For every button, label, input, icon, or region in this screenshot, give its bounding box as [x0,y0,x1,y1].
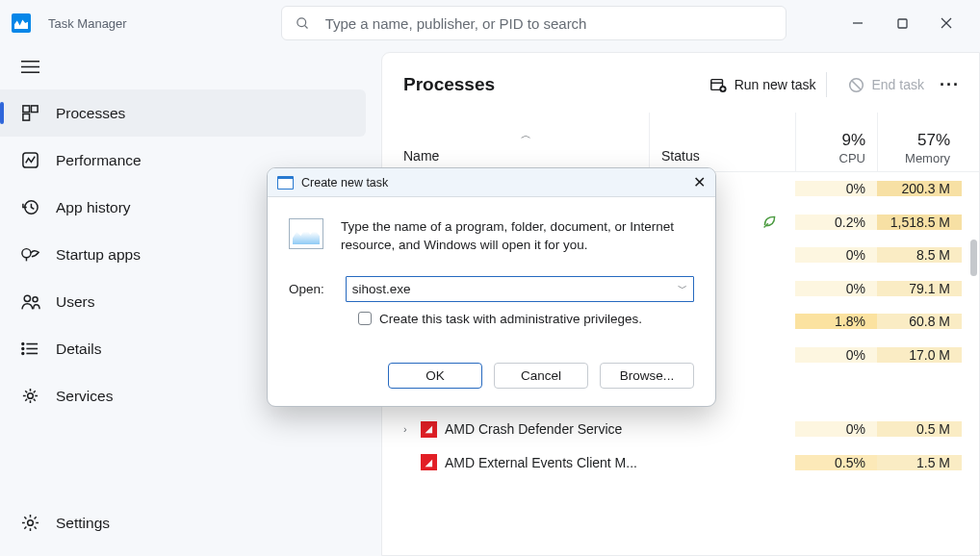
processes-icon [21,104,42,122]
dialog-close-button[interactable]: ✕ [693,173,706,191]
svg-point-18 [22,343,24,345]
svg-point-22 [22,353,24,355]
svg-point-14 [22,248,31,257]
cancel-button[interactable]: Cancel [494,363,588,389]
mem-label: Memory [905,151,950,165]
browse-button[interactable]: Browse... [600,363,694,389]
maximize-button[interactable] [880,3,924,43]
cpu-pct: 9% [841,131,865,150]
column-cpu[interactable]: 9% CPU [795,113,877,171]
svg-point-20 [22,348,24,350]
search-icon [296,16,310,31]
dialog-titlebar[interactable]: Create new task ✕ [268,168,715,197]
sidebar-item-label: Services [56,388,113,405]
mem-pct: 57% [917,131,950,150]
sidebar-item-label: Performance [56,152,142,169]
search-placeholder: Type a name, publisher, or PID to search [325,15,587,32]
sidebar-item-label: Users [56,293,94,311]
sidebar-item-label: Startup apps [56,246,141,264]
ok-button[interactable]: OK [388,363,482,389]
column-headers: ︿ Name Status 9% CPU 57% Memory [382,113,979,172]
leaf-icon [761,214,778,230]
end-task-label: End task [872,77,924,92]
toolbar: Processes Run new task End task ··· [382,53,979,113]
cpu-label: CPU [839,151,865,165]
users-icon [21,293,42,311]
app-title: Task Manager [48,16,127,31]
history-icon [21,198,42,216]
svg-line-1 [304,25,307,28]
sort-chevron-icon: ︿ [521,128,531,142]
scrollbar[interactable] [970,240,977,276]
services-icon [21,387,42,405]
admin-label: Create this task with administrative pri… [379,312,642,326]
table-row[interactable]: ›◢AMD Crash Defender Service0%0.5 M [382,413,979,446]
run-chart-icon [289,218,323,249]
gear-icon [21,514,42,532]
more-button[interactable]: ··· [940,75,960,95]
create-task-dialog: Create new task ✕ Type the name of a pro… [267,167,716,407]
dialog-icon [277,176,294,190]
svg-rect-3 [898,19,907,28]
sidebar-item-label: Details [56,341,101,358]
end-task-button[interactable]: End task [848,77,924,93]
startup-icon [21,247,42,263]
details-icon [21,341,42,356]
svg-point-24 [28,393,34,399]
process-name: AMD External Events Client M... [445,455,637,470]
svg-line-32 [852,81,861,89]
column-status[interactable]: Status [649,113,795,171]
end-task-icon [848,77,864,93]
svg-point-16 [24,295,30,301]
open-combobox[interactable]: sihost.exe ﹀ [346,276,694,302]
table-row[interactable]: ◢AMD External Events Client M...0.5%1.5 … [382,446,979,480]
column-name[interactable]: ︿ Name [382,113,649,171]
open-label: Open: [289,282,324,296]
svg-point-25 [28,520,34,526]
svg-rect-11 [23,114,30,120]
amd-icon: ◢ [421,421,437,438]
amd-icon: ◢ [421,454,437,470]
process-name: AMD Crash Defender Service [445,421,622,437]
titlebar: Task Manager Type a name, publisher, or … [0,0,980,46]
svg-point-17 [33,296,38,301]
column-memory[interactable]: 57% Memory [877,113,962,171]
run-task-icon [709,76,727,93]
sidebar-item-settings[interactable]: Settings [0,499,366,546]
minimize-button[interactable] [836,3,880,43]
dialog-title: Create new task [301,176,388,190]
sidebar-item-processes[interactable]: Processes [0,89,366,137]
dialog-description: Type the name of a program, folder, docu… [341,218,694,255]
open-value: sihost.exe [352,282,411,296]
hamburger-button[interactable] [0,52,377,89]
window-controls [836,3,968,43]
app-icon [12,13,31,33]
checkbox-icon [358,312,372,325]
run-new-task-button[interactable]: Run new task [709,76,816,93]
svg-rect-10 [31,106,38,113]
run-task-label: Run new task [735,77,816,92]
chevron-down-icon: ﹀ [678,282,687,295]
column-name-label: Name [403,148,649,164]
close-button[interactable] [924,3,968,43]
sidebar-item-label: Processes [56,105,125,122]
sidebar-item-label: Settings [56,515,110,532]
divider [826,72,827,97]
sidebar-item-label: App history [56,199,131,216]
page-title: Processes [403,74,495,95]
admin-checkbox[interactable]: Create this task with administrative pri… [358,312,694,326]
svg-point-0 [297,17,306,26]
performance-icon [21,151,42,169]
svg-rect-9 [23,106,30,113]
search-input[interactable]: Type a name, publisher, or PID to search [281,6,787,40]
